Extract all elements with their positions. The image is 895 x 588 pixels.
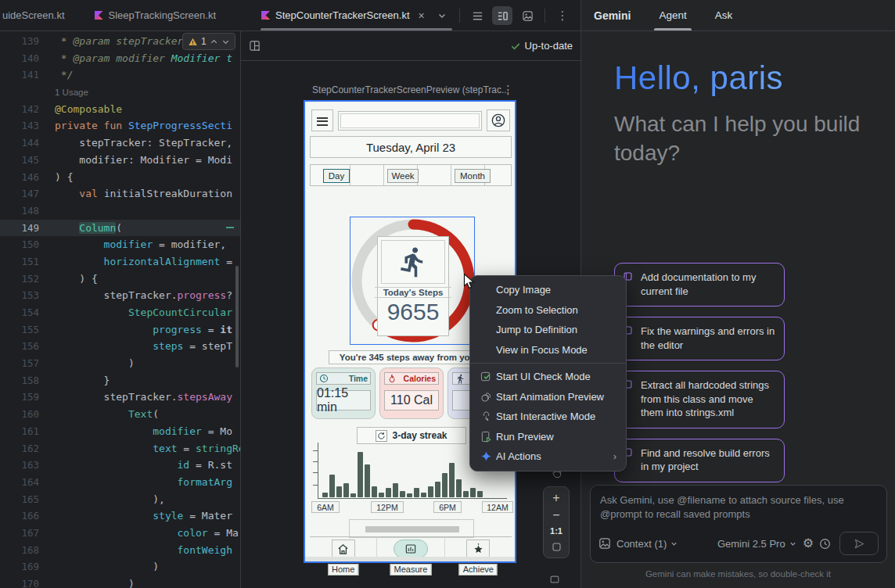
code-line[interactable]: 160 Text(: [0, 406, 240, 423]
code-line[interactable]: 165 ),: [0, 491, 240, 508]
close-tab-icon[interactable]: ×: [419, 9, 425, 22]
gemini-prompt-input[interactable]: Ask Gemini, use @filename to attach sour…: [590, 485, 887, 563]
range-tab-month[interactable]: Month: [455, 169, 491, 183]
code-line[interactable]: 151 horizontalAlignment =: [0, 253, 240, 271]
code-line[interactable]: 156 steps = stepT: [0, 338, 240, 355]
code-line[interactable]: 168 fontWeigh: [0, 542, 240, 559]
code-line[interactable]: 157 ): [0, 355, 240, 372]
stat-value: 110 Cal: [384, 390, 439, 411]
menu-item-start-interactive-mode[interactable]: Start Interactive Mode: [470, 407, 626, 427]
screen-mode-icon[interactable]: [549, 574, 560, 588]
code-line[interactable]: 170 ): [0, 575, 240, 588]
chart-bar: [350, 493, 356, 497]
code-line[interactable]: 149 Column(: [0, 220, 240, 237]
code-line[interactable]: 1 Usage: [0, 84, 240, 101]
suggestion-card[interactable]: Add documentation to my current file: [614, 263, 785, 307]
code-line[interactable]: 159 stepTracker.stepsAway: [0, 389, 240, 406]
menu-item-label: Zoom to Selection: [496, 304, 578, 316]
code-line[interactable]: 144 stepTracker: StepTracker,: [0, 134, 240, 152]
suggestion-card[interactable]: Find and resolve build errors in my proj…: [614, 439, 785, 482]
layout-options-icon[interactable]: [249, 40, 261, 52]
code-line[interactable]: 166 style = Mater: [0, 507, 240, 525]
preview-more-icon[interactable]: ⋮: [502, 83, 514, 97]
steps-away-message: You're 345 steps away from your: [329, 350, 490, 364]
zoom-out-icon[interactable]: −: [552, 510, 559, 521]
profile-icon[interactable]: [487, 109, 510, 131]
code-line[interactable]: 161 modifier = Mo: [0, 423, 240, 440]
range-tab-week[interactable]: Week: [387, 169, 419, 183]
send-button[interactable]: [839, 532, 879, 555]
line-number: 144: [0, 134, 44, 152]
history-icon[interactable]: [819, 538, 831, 550]
editor-tab[interactable]: uideScreen.kt: [0, 0, 73, 30]
menu-item-run-preview[interactable]: Run Preview: [470, 427, 626, 447]
line-number: 146: [0, 169, 44, 186]
menu-item-zoom-to-selection[interactable]: Zoom to Selection: [470, 300, 626, 321]
code-editor[interactable]: 139 * @param stepTracker140 * @param mod…: [0, 31, 241, 588]
code-line[interactable]: 162 text = stringRe: [0, 440, 240, 457]
code-line[interactable]: 145 modifier: Modifier = Modi: [0, 152, 240, 169]
code-line[interactable]: 141 */: [0, 66, 240, 84]
gemini-tab-agent[interactable]: Agent: [659, 0, 686, 30]
split-view-icon[interactable]: [492, 6, 512, 25]
settings-gear-icon[interactable]: ⚙: [803, 537, 814, 550]
line-number: 152: [0, 271, 44, 288]
fit-screen-icon[interactable]: [552, 542, 562, 552]
context-selector[interactable]: Context (1): [616, 538, 678, 550]
code-line[interactable]: 142@Composable: [0, 101, 240, 118]
code-line[interactable]: 154 StepCountCircular: [0, 304, 240, 321]
suggestion-text: Add documentation to my current file: [641, 271, 756, 297]
code-line[interactable]: 148: [0, 203, 240, 220]
attach-image-icon[interactable]: [598, 537, 611, 550]
steps-label: Today's Steps: [375, 287, 451, 298]
line-number: 157: [0, 355, 44, 372]
menu-item-ai-actions[interactable]: AI Actions›: [470, 446, 626, 467]
suggestion-card[interactable]: Extract all hardcoded strings from this …: [614, 371, 785, 428]
code-view-icon[interactable]: [467, 6, 487, 25]
more-options-icon[interactable]: ⋮: [552, 6, 573, 25]
code-line[interactable]: 140 * @param modifier Modifier t: [0, 50, 240, 67]
tab-scroll-indicator[interactable]: [261, 28, 452, 30]
preview-title: StepCounterTrackerScreenPreview (stepTra…: [241, 84, 580, 95]
design-view-icon[interactable]: [517, 6, 537, 25]
editor-tab[interactable]: StepCounterTrackerScreen.kt×: [253, 0, 433, 30]
code-line[interactable]: 163 id = R.st: [0, 457, 240, 474]
runner-icon: [381, 240, 445, 284]
code-line[interactable]: 152 ) {: [0, 271, 240, 288]
nav-label: Home: [328, 564, 358, 575]
code-line[interactable]: 155 progress = it: [0, 321, 240, 339]
zoom-ratio[interactable]: 1:1: [550, 526, 563, 536]
code-line[interactable]: 169 ): [0, 558, 240, 575]
menu-button[interactable]: [311, 109, 333, 131]
code-line[interactable]: 147 val initialStreakDuration: [0, 185, 240, 203]
chart-bar: [456, 479, 462, 497]
code-line[interactable]: 146) {: [0, 169, 240, 186]
code-line[interactable]: 164 formatArg: [0, 474, 240, 491]
range-tab-day[interactable]: Day: [323, 169, 350, 183]
menu-item-start-animation-preview[interactable]: Start Animation Preview: [470, 387, 626, 407]
editor-scrollbar[interactable]: [235, 266, 239, 368]
zoom-in-icon[interactable]: +: [552, 493, 559, 504]
code-line[interactable]: 143private fun StepProgressSecti: [0, 117, 240, 134]
gemini-header: Gemini AgentAsk: [581, 0, 895, 31]
suggestion-card[interactable]: Fix the warnings and errors in the edito…: [614, 317, 785, 360]
menu-item-jump-to-definition[interactable]: Jump to Definition: [470, 320, 626, 340]
code-line[interactable]: 150 modifier = modifier,: [0, 236, 240, 253]
search-field[interactable]: [338, 111, 482, 131]
menu-item-copy-image[interactable]: Copy Image: [470, 280, 626, 300]
model-selector[interactable]: Gemini 2.5 Pro: [717, 538, 797, 550]
inspection-widget[interactable]: 1: [182, 33, 235, 50]
menu-item-view-in-focus-mode[interactable]: View in Focus Mode: [470, 340, 626, 360]
chart-bar: [386, 488, 391, 497]
code-line[interactable]: 153 stepTracker.progress?: [0, 287, 240, 304]
next-issue-icon[interactable]: [221, 38, 230, 46]
editor-tab[interactable]: SleepTrackingScreen.kt: [87, 0, 225, 30]
code-line[interactable]: 167 color = Ma: [0, 525, 240, 542]
code-line[interactable]: 158 }: [0, 372, 240, 389]
chart-bar: [470, 488, 476, 497]
menu-item-start-ui-check-mode[interactable]: Start UI Check Mode: [470, 367, 626, 387]
prev-issue-icon[interactable]: [210, 38, 218, 46]
chevron-down-icon[interactable]: [432, 6, 452, 25]
gemini-tab-ask[interactable]: Ask: [715, 0, 733, 30]
line-number: 164: [0, 474, 44, 491]
